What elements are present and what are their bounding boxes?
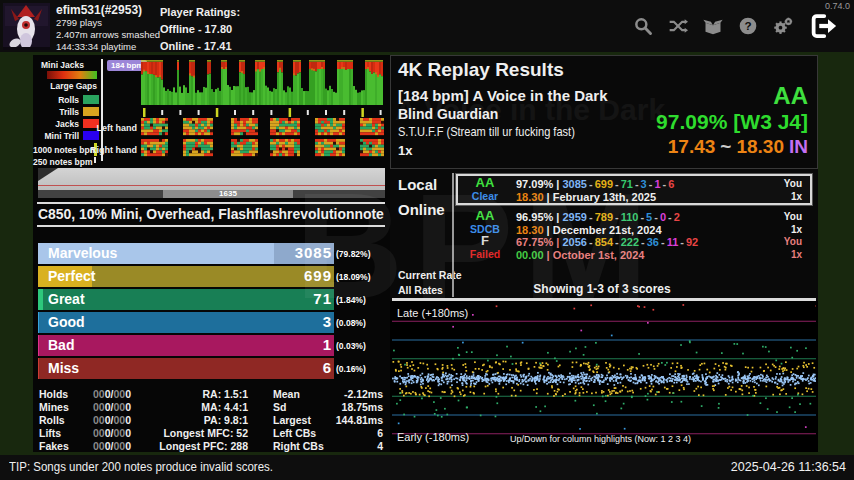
late-axis-label: Late (+180ms): [397, 307, 468, 319]
judgement-bar-good: Good 3 (0.08%): [38, 312, 385, 333]
judgement-bar-perfect: Perfect 699 (18.09%): [38, 266, 385, 287]
grade-badge: AA: [773, 82, 808, 110]
stat-value: 000/000: [83, 414, 131, 427]
column-highlight-hint: Up/Down for column highlights (Now: 1 2 …: [510, 434, 800, 444]
score-row[interactable]: AASDCB96.95% | 2959-789-110-5-0-218.30 |…: [458, 209, 810, 236]
stat-value: 18.75ms: [313, 401, 383, 414]
avatar-image: [3, 3, 50, 50]
score-row[interactable]: FFailed67.75% | 2056-854-222-36-11-9200.…: [458, 234, 810, 261]
player-playtime: 144:33:34 playtime: [56, 41, 160, 52]
lifebar-line: [38, 185, 385, 186]
top-bar: efim531(#2953) 2799 plays 2.407m arrows …: [0, 0, 854, 52]
rolls-swatch: [83, 95, 99, 104]
legend-250-notes-bpm: 250 notes bpm: [33, 157, 91, 167]
judgement-count: 3: [323, 313, 332, 330]
scrubber-thumb[interactable]: 1635: [163, 190, 293, 198]
player-ratings: Player Ratings: Offline - 17.80 Online -…: [160, 6, 240, 52]
msd-line: 17.43~18.30IN: [663, 136, 808, 158]
exit-icon[interactable]: [808, 11, 838, 41]
datetime-label: 2025-04-26 11:36:54: [731, 460, 846, 474]
judgement-count: 6: [323, 359, 332, 376]
right-hand-label: Right hand: [33, 145, 137, 155]
stat-value: 000/000: [83, 388, 131, 401]
legend-rolls: Rolls: [33, 95, 79, 105]
legend-mini-jacks: Mini Jacks: [41, 60, 84, 70]
judgement-percent: (0.16%): [336, 364, 366, 374]
judgement-percent: (0.03%): [336, 341, 366, 351]
stat-value: 000/000: [83, 401, 131, 414]
song-artist: Blind Guardian: [398, 106, 498, 122]
judgement-label: Perfect: [48, 268, 95, 284]
stat-label: Mines: [39, 401, 83, 414]
stat-ratio: MA: 4.4:1: [153, 401, 248, 414]
note-density-graph: [141, 59, 384, 117]
toolbar-icons: ?: [633, 11, 838, 41]
search-icon[interactable]: [633, 16, 653, 36]
settings-gears-icon[interactable]: [773, 16, 793, 36]
score-owner: You1x: [784, 211, 802, 236]
ratings-title: Player Ratings:: [160, 6, 240, 18]
judgement-bar-bad: Bad 1 (0.03%): [38, 335, 385, 356]
tab-online-scores[interactable]: Online: [398, 201, 445, 218]
score-owner: You1x: [784, 236, 802, 261]
help-icon[interactable]: ?: [738, 16, 758, 36]
score-details: 96.95% | 2959-789-110-5-0-218.30 | Decem…: [516, 211, 680, 236]
offset-plot[interactable]: [392, 302, 816, 452]
tab-all-rates[interactable]: All Rates: [398, 284, 443, 296]
msd-at-rate: 18.30: [736, 136, 784, 157]
stat-ratio: RA: 1.5:1: [153, 388, 248, 401]
score-percent: 97.09%: [656, 110, 727, 133]
replay-results-screen: efim531(#2953) 2799 plays 2.407m arrows …: [0, 0, 854, 480]
judgement-label: Marvelous: [48, 245, 117, 261]
score-grade: AASDCB: [460, 210, 510, 235]
bar-base: [38, 335, 334, 356]
left-hand-label: Left hand: [33, 123, 137, 133]
score-row[interactable]: AAClear97.09% | 3085-699-71-3-1-618.30 |…: [458, 176, 810, 203]
judgement-bar-miss: Miss 6 (0.16%): [38, 358, 385, 379]
trills-swatch: [83, 107, 99, 116]
legend-large-gaps: Large Gaps: [33, 81, 97, 91]
player-name: efim531(#2953): [56, 5, 160, 16]
tab-local-scores[interactable]: Local: [398, 176, 437, 193]
judgement-percent: (1.84%): [336, 295, 366, 305]
stat-label: Rolls: [39, 414, 83, 427]
score-details: 97.09% | 3085-699-71-3-1-618.30 | Februa…: [516, 178, 674, 203]
judgement-bar-great: Great 71 (1.84%): [38, 289, 385, 310]
modifiers-text: C850, 10% Mini, Overhead, Flashflashrevo…: [38, 206, 384, 222]
player-arrows: 2.407m arrows smashed: [56, 29, 160, 40]
player-info[interactable]: efim531(#2953) 2799 plays 2.407m arrows …: [56, 5, 160, 52]
chart-analysis-panel: Mini Jacks Large Gaps Rolls Trills Jacks…: [33, 55, 390, 452]
bottom-bar: TIP: Songs under 200 notes produce inval…: [0, 455, 854, 480]
judgement-count: 1: [323, 336, 332, 353]
score-percent-line: 97.09%[W3 J4]: [656, 110, 808, 134]
rating-offline: Offline - 17.80: [160, 23, 240, 35]
random-song-icon[interactable]: [668, 16, 688, 36]
replay-scrubber[interactable]: 1635: [38, 190, 385, 198]
player-avatar[interactable]: [3, 3, 50, 50]
score-list-divider: [452, 173, 454, 297]
skillset-badge: IN: [789, 136, 808, 157]
stat-value: 000/000: [83, 427, 131, 440]
stat-value: 000/000: [83, 440, 131, 453]
stat-ratio: Longest PFC: 288: [153, 440, 248, 453]
judgement-label: Miss: [48, 360, 79, 376]
version-label: 0.74.0: [825, 1, 850, 11]
judgement-count: 699: [304, 267, 332, 284]
tip-text: TIP: Songs under 200 notes produce inval…: [9, 460, 273, 474]
lifebar-graph[interactable]: [38, 168, 385, 190]
early-axis-label: Early (-180ms): [397, 431, 469, 443]
stat-value: 6: [313, 427, 383, 440]
judgement-percent: (18.09%): [336, 272, 371, 282]
judgement-label: Bad: [48, 337, 74, 353]
stat-value: 144.81ms: [313, 414, 383, 427]
stat-label: Lifts: [39, 427, 83, 440]
judgement-label: Good: [48, 314, 85, 330]
divider: [37, 202, 385, 204]
legend-trills: Trills: [33, 107, 79, 117]
bar-base: [38, 358, 334, 379]
judgement-bar-marvelous: Marvelous 3085 (79.82%): [38, 243, 385, 264]
bar-fill: [38, 289, 43, 310]
score-details: 67.75% | 2056-854-222-36-11-9200.00 | Oc…: [516, 236, 698, 261]
packs-icon[interactable]: [703, 16, 723, 36]
mini-jacks-gradient-swatch: [47, 71, 97, 79]
